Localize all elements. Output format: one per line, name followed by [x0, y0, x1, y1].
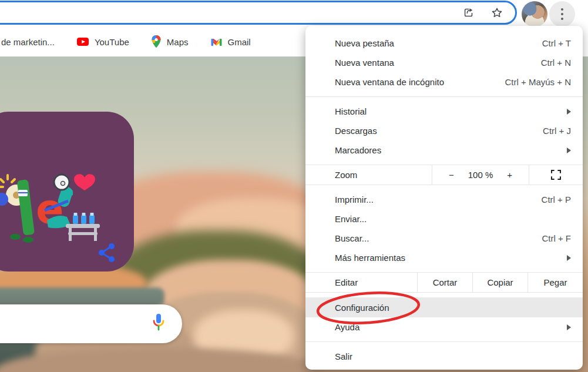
gmail-icon	[211, 38, 222, 46]
bookmark-label: de marketin...	[1, 37, 55, 47]
menu-item-label: Enviar...	[335, 214, 571, 224]
menu-item-mas-herramientas[interactable]: Más herramientas	[305, 248, 583, 267]
menu-item-configuracion[interactable]: Configuración	[305, 297, 583, 317]
fullscreen-button[interactable]	[529, 165, 583, 185]
menu-item-nueva-ventana[interactable]: Nueva ventana Ctrl + N	[305, 53, 583, 72]
mic-icon[interactable]	[150, 313, 167, 334]
menu-separator	[305, 341, 583, 342]
menu-item-shortcut: Ctrl + Mayús + N	[505, 77, 571, 87]
menu-item-marcadores[interactable]: Marcadores	[305, 140, 583, 160]
bookmark-label: Gmail	[228, 37, 251, 47]
cut-button[interactable]: Cortar	[417, 273, 472, 292]
menu-item-label: Salir	[335, 351, 571, 361]
menu-item-shortcut: Ctrl + F	[542, 233, 571, 243]
paste-button[interactable]: Pegar	[527, 273, 583, 292]
chrome-menu: Nueva pestaña Ctrl + T Nueva ventana Ctr…	[305, 26, 583, 370]
star-icon[interactable]	[490, 6, 503, 19]
menu-item-label: Buscar...	[335, 233, 542, 243]
share-icon[interactable]	[462, 6, 475, 19]
menu-edit-row: Editar Cortar Copiar Pegar	[305, 272, 583, 293]
menu-item-label: Marcadores	[335, 145, 567, 155]
edit-label: Editar	[335, 277, 358, 287]
menu-item-enviar[interactable]: Enviar...	[305, 209, 583, 229]
bookmark-item[interactable]: de marketin...	[1, 37, 55, 47]
browser-toolbar	[0, 0, 588, 27]
menu-zoom-row: Zoom − 100 % +	[305, 165, 583, 185]
menu-item-salir[interactable]: Salir	[305, 347, 583, 366]
menu-item-label: Nueva pestaña	[335, 38, 542, 48]
menu-item-imprimir[interactable]: Imprimir... Ctrl + P	[305, 190, 583, 209]
address-bar[interactable]	[0, 1, 517, 25]
menu-item-label: Ayuda	[335, 322, 567, 332]
zoom-out-button[interactable]: −	[446, 170, 456, 180]
menu-item-label: Configuración	[335, 303, 389, 313]
copy-button[interactable]: Copiar	[472, 273, 527, 292]
fullscreen-icon	[551, 170, 561, 180]
google-search-bar[interactable]	[0, 304, 182, 343]
menu-item-shortcut: Ctrl + P	[542, 195, 571, 205]
zoom-in-button[interactable]: +	[505, 170, 515, 180]
zoom-level-value: 100 %	[468, 170, 493, 180]
menu-item-ayuda[interactable]: Ayuda	[305, 317, 583, 337]
three-dot-menu-icon	[561, 8, 563, 11]
bookmark-label: YouTube	[95, 37, 129, 47]
menu-item-label: Historial	[335, 106, 567, 116]
menu-item-buscar[interactable]: Buscar... Ctrl + F	[305, 229, 583, 248]
submenu-arrow-icon	[567, 148, 571, 153]
browser-window: e	[0, 0, 588, 372]
menu-item-label: Más herramientas	[335, 253, 567, 263]
bookmark-item-gmail[interactable]: Gmail	[211, 37, 251, 47]
menu-item-label: Nueva ventana de incógnito	[335, 77, 505, 87]
bookmark-label: Maps	[167, 37, 189, 47]
menu-item-label: Descargas	[335, 126, 543, 136]
submenu-arrow-icon	[567, 324, 571, 330]
menu-item-label: Imprimir...	[335, 195, 542, 205]
menu-item-shortcut: Ctrl + T	[542, 38, 571, 48]
menu-item-incognito[interactable]: Nueva ventana de incógnito Ctrl + Mayús …	[305, 72, 583, 92]
doodle-share-icon	[99, 243, 115, 262]
browser-menu-button[interactable]	[549, 1, 575, 27]
maps-pin-icon	[152, 35, 161, 48]
doodle-illustration: e	[0, 112, 134, 272]
menu-item-historial[interactable]: Historial	[305, 102, 583, 121]
menu-item-nueva-pestana[interactable]: Nueva pestaña Ctrl + T	[305, 33, 583, 53]
bookmark-item-maps[interactable]: Maps	[152, 35, 189, 48]
zoom-label: Zoom	[335, 170, 357, 180]
google-doodle[interactable]: e	[0, 112, 134, 272]
youtube-icon	[77, 38, 89, 46]
menu-item-descargas[interactable]: Descargas Ctrl + J	[305, 121, 583, 140]
submenu-arrow-icon	[567, 109, 571, 115]
bookmark-item-youtube[interactable]: YouTube	[77, 37, 129, 47]
menu-item-label: Nueva ventana	[335, 58, 541, 68]
menu-item-shortcut: Ctrl + N	[541, 58, 571, 68]
menu-item-shortcut: Ctrl + J	[543, 126, 571, 136]
profile-avatar[interactable]	[522, 1, 547, 27]
menu-separator	[305, 96, 583, 97]
submenu-arrow-icon	[567, 255, 571, 261]
